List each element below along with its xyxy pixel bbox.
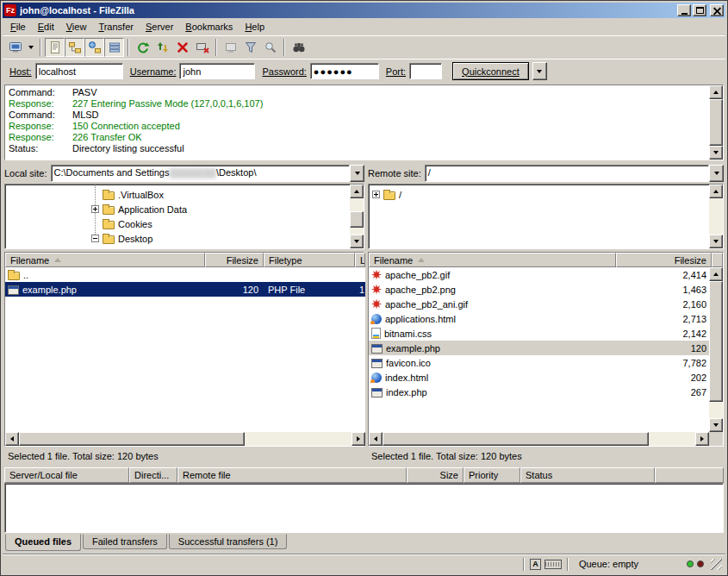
password-input[interactable] (310, 63, 379, 79)
file-row-selected[interactable]: example.php 120 PHP File 1 (5, 282, 365, 297)
menu-transfer[interactable]: Transfer (92, 20, 140, 34)
quickconnect-dropdown-button[interactable] (532, 62, 547, 80)
filter-button[interactable] (240, 38, 260, 57)
maximize-button[interactable] (693, 4, 706, 16)
scrollbar-track[interactable] (709, 281, 723, 418)
transfer-type-ascii-icon[interactable] (530, 559, 541, 570)
remote-site-dropdown-button[interactable] (709, 165, 724, 182)
toggle-remote-tree-button[interactable] (84, 38, 104, 57)
scrollbar-track[interactable] (709, 198, 723, 235)
scrollbar-thumb[interactable] (709, 99, 723, 146)
column-header-status[interactable]: Status (520, 467, 655, 483)
scrollbar-track[interactable] (350, 198, 364, 235)
menu-bookmarks[interactable]: Bookmarks (179, 20, 239, 34)
file-row[interactable]: bitnami.css2,142 (369, 326, 709, 341)
file-row[interactable]: apache_pb2_ani.gif2,160 (369, 297, 709, 311)
tree-item[interactable]: Cookies (5, 216, 350, 231)
scrollbar-thumb[interactable] (350, 211, 364, 228)
scroll-right-button[interactable] (695, 432, 709, 446)
cancel-button[interactable] (172, 38, 192, 57)
process-queue-button[interactable] (152, 38, 172, 57)
host-input[interactable] (35, 63, 123, 79)
local-site-dropdown-button[interactable] (350, 165, 364, 182)
column-header-size[interactable]: Size (407, 467, 464, 483)
menu-file[interactable]: File (4, 20, 32, 34)
tree-item[interactable]: Desktop (5, 231, 350, 246)
tab-successful-transfers[interactable]: Successful transfers (1) (169, 534, 288, 549)
local-tree-scrollbar[interactable] (350, 185, 364, 248)
toggle-local-tree-button[interactable] (65, 38, 84, 57)
menu-edit[interactable]: Edit (32, 20, 60, 34)
remote-site-combo[interactable]: / (425, 165, 724, 182)
file-row-selected[interactable]: example.php120 (369, 341, 709, 355)
remote-site-path[interactable]: / (425, 165, 709, 182)
column-header-server-local-file[interactable]: Server/Local file (4, 467, 129, 483)
expand-icon[interactable] (372, 191, 380, 198)
toggle-queue-button[interactable] (104, 38, 124, 57)
local-site-path[interactable]: C:\Documents and Settings▒▒▒▒▒▒▒\Desktop… (51, 165, 350, 182)
column-header-filename[interactable]: Filename (369, 253, 616, 267)
titlebar[interactable]: john@localhost - FileZilla (3, 3, 725, 18)
local-list-hscrollbar[interactable] (5, 432, 365, 446)
column-header-filetype[interactable]: Filetype (264, 253, 355, 267)
remote-list-hscrollbar[interactable] (369, 432, 709, 446)
tree-item[interactable]: .VirtualBox (5, 187, 350, 202)
log-scrollbar[interactable] (709, 85, 723, 160)
minimize-button[interactable] (677, 4, 691, 16)
file-row[interactable]: favicon.ico7,782 (369, 355, 709, 370)
scrollbar-thumb[interactable] (383, 432, 649, 446)
quickconnect-button[interactable]: Quickconnect (452, 62, 529, 80)
scroll-up-button[interactable] (709, 185, 723, 198)
menu-server[interactable]: Server (140, 20, 179, 34)
scrollbar-track[interactable] (709, 99, 723, 146)
search-button[interactable] (260, 38, 280, 57)
tab-failed-transfers[interactable]: Failed transfers (83, 534, 167, 549)
scroll-left-button[interactable] (369, 432, 383, 446)
file-row[interactable]: applications.html2,713 (369, 311, 709, 326)
column-header-filename[interactable]: Filename (5, 253, 205, 267)
site-manager-button[interactable] (5, 38, 25, 57)
scrollbar-thumb[interactable] (19, 432, 245, 446)
close-button[interactable] (710, 4, 724, 16)
scroll-down-button[interactable] (709, 146, 723, 160)
column-header-remote-file[interactable]: Remote file (177, 467, 407, 483)
scroll-up-button[interactable] (709, 267, 723, 281)
column-header-filesize[interactable]: Filesize (616, 253, 712, 267)
file-row[interactable]: .. (5, 267, 365, 282)
scrollbar-track[interactable] (19, 432, 352, 446)
scrollbar-track[interactable] (383, 432, 695, 446)
file-row[interactable]: index.html202 (369, 370, 709, 385)
expand-icon[interactable] (91, 205, 99, 213)
remote-list-vscrollbar[interactable] (709, 267, 723, 432)
column-header-direction[interactable]: Directi... (129, 467, 177, 483)
resize-grip[interactable] (711, 559, 722, 570)
scroll-up-button[interactable] (350, 185, 364, 198)
scroll-down-button[interactable] (709, 235, 723, 248)
column-header-filesize[interactable]: Filesize (205, 253, 264, 267)
file-row[interactable]: apache_pb2.png1,463 (369, 282, 709, 297)
port-input[interactable] (409, 63, 442, 79)
site-manager-dropdown-button[interactable] (25, 38, 36, 57)
scroll-down-button[interactable] (350, 235, 364, 248)
scroll-right-button[interactable] (352, 432, 365, 446)
disconnect-button[interactable] (192, 38, 212, 57)
remote-tree-scrollbar[interactable] (709, 185, 723, 248)
scroll-down-button[interactable] (709, 418, 723, 432)
scrollbar-thumb[interactable] (709, 281, 723, 402)
toggle-log-button[interactable] (45, 38, 65, 57)
find-files-button[interactable] (289, 38, 308, 57)
file-row[interactable]: apache_pb2.gif2,414 (369, 267, 709, 282)
local-site-combo[interactable]: C:\Documents and Settings▒▒▒▒▒▒▒\Desktop… (51, 165, 364, 182)
menu-help[interactable]: Help (239, 20, 271, 34)
collapse-icon[interactable] (91, 235, 99, 242)
queue-body[interactable] (4, 483, 724, 533)
refresh-button[interactable] (133, 38, 152, 57)
scroll-up-button[interactable] (709, 85, 723, 99)
tree-item[interactable]: / (369, 187, 709, 202)
tree-item[interactable]: Application Data (5, 202, 350, 216)
column-header-priority[interactable]: Priority (464, 467, 520, 483)
menu-view[interactable]: View (60, 20, 93, 34)
file-row[interactable]: index.php267 (369, 385, 709, 399)
tab-queued-files[interactable]: Queued files (5, 534, 81, 551)
reconnect-button[interactable] (221, 38, 240, 57)
